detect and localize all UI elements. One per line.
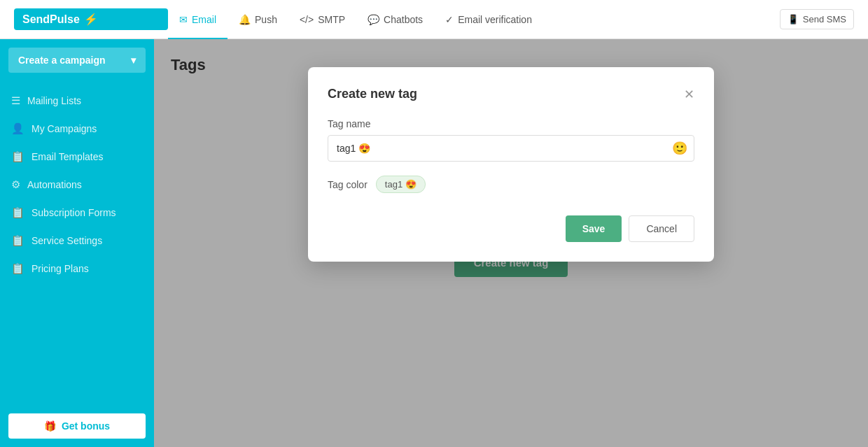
tag-color-label: Tag color (328, 179, 368, 190)
send-sms-button[interactable]: 📱 Send SMS (780, 9, 854, 29)
create-campaign-button[interactable]: Create a campaign ▾ (8, 48, 146, 73)
save-button[interactable]: Save (566, 215, 622, 242)
push-nav-label: Push (255, 14, 277, 25)
modal-title: Create new tag (328, 87, 417, 101)
email-verification-nav-icon: ✓ (445, 14, 454, 25)
top-nav: SendPulse ⚡ ✉ Email 🔔 Push </> SMTP 💬 Ch… (0, 0, 868, 39)
sidebar-item-automations[interactable]: ⚙ Automations (0, 171, 154, 199)
chatbots-nav-icon: 💬 (368, 14, 379, 25)
chevron-down-icon: ▾ (131, 55, 136, 66)
sidebar-item-email-templates[interactable]: 📋 Email Templates (0, 143, 154, 171)
nav-tab-push[interactable]: 🔔 Push (227, 1, 288, 39)
logo: SendPulse ⚡ (14, 8, 168, 30)
tag-badge-emoji: 😍 (405, 179, 416, 190)
pricing-plans-icon: 📋 (11, 262, 24, 275)
email-verification-nav-label: Email verification (458, 14, 532, 25)
tag-name-field-group: Tag name 🙂 (328, 118, 694, 162)
nav-right: 📱 Send SMS (780, 9, 854, 29)
create-tag-modal: Create new tag ✕ Tag name 🙂 Tag color ta… (308, 67, 714, 262)
automations-icon: ⚙ (11, 178, 20, 191)
main-layout: Create a campaign ▾ ☰ Mailing Lists 👤 My… (0, 39, 868, 447)
nav-tab-chatbots[interactable]: 💬 Chatbots (356, 1, 434, 39)
service-settings-icon: 📋 (11, 234, 24, 247)
email-nav-icon: ✉ (179, 14, 188, 25)
tag-color-field-group: Tag color tag1 😍 (328, 176, 694, 193)
sidebar-item-my-campaigns[interactable]: 👤 My Campaigns (0, 115, 154, 143)
sidebar-item-service-settings[interactable]: 📋 Service Settings (0, 227, 154, 255)
subscription-forms-icon: 📋 (11, 206, 24, 219)
mailing-lists-icon: ☰ (11, 94, 20, 107)
gift-icon: 🎁 (44, 420, 56, 432)
smtp-nav-label: SMTP (318, 14, 345, 25)
nav-tab-smtp[interactable]: </> SMTP (288, 1, 356, 39)
nav-tab-email-verification[interactable]: ✓ Email verification (434, 1, 543, 39)
nav-tab-email[interactable]: ✉ Email (168, 1, 227, 39)
modal-header: Create new tag ✕ (328, 87, 694, 101)
modal-overlay: Create new tag ✕ Tag name 🙂 Tag color ta… (154, 39, 868, 447)
tag-color-row: Tag color tag1 😍 (328, 176, 694, 193)
sidebar-item-mailing-lists[interactable]: ☰ Mailing Lists (0, 87, 154, 115)
email-templates-icon: 📋 (11, 150, 24, 163)
mobile-icon: 📱 (788, 14, 799, 24)
tag-color-badge[interactable]: tag1 😍 (376, 176, 426, 193)
main-content: Tags You haven't created any tags yet. (154, 39, 868, 447)
my-campaigns-icon: 👤 (11, 122, 24, 135)
tag-name-label: Tag name (328, 118, 694, 129)
nav-tabs: ✉ Email 🔔 Push </> SMTP 💬 Chatbots ✓ Ema… (168, 0, 780, 38)
tag-name-input[interactable] (328, 135, 694, 162)
get-bonus-button[interactable]: 🎁 Get bonus (8, 413, 146, 439)
push-nav-icon: 🔔 (239, 14, 251, 25)
modal-close-button[interactable]: ✕ (684, 88, 694, 101)
tag-name-input-wrapper: 🙂 (328, 135, 694, 162)
tag-badge-text: tag1 (385, 179, 402, 190)
cancel-button[interactable]: Cancel (629, 215, 694, 242)
emoji-picker-button[interactable]: 🙂 (672, 141, 687, 156)
logo-icon: ⚡ (84, 13, 98, 26)
modal-actions: Save Cancel (328, 215, 694, 242)
logo-text: SendPulse (22, 13, 80, 26)
sidebar: Create a campaign ▾ ☰ Mailing Lists 👤 My… (0, 39, 154, 447)
smtp-nav-icon: </> (300, 14, 314, 25)
email-nav-label: Email (192, 14, 216, 25)
sidebar-item-pricing-plans[interactable]: 📋 Pricing Plans (0, 255, 154, 283)
sidebar-item-subscription-forms[interactable]: 📋 Subscription Forms (0, 199, 154, 227)
chatbots-nav-label: Chatbots (384, 14, 423, 25)
sidebar-nav: ☰ Mailing Lists 👤 My Campaigns 📋 Email T… (0, 81, 154, 405)
